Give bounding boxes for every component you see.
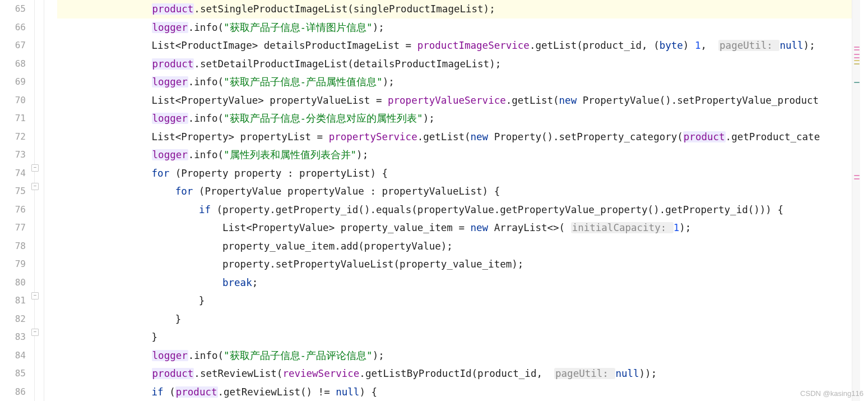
editor-margin (40, 0, 50, 401)
code-area[interactable]: product.setSingleProductImageList(single… (50, 0, 860, 401)
line-number: 80 (0, 274, 26, 292)
code-line[interactable]: List<PropertyValue> property_value_item … (57, 219, 860, 237)
code-line[interactable]: product.setDetailProductImageList(detail… (57, 55, 860, 73)
fold-toggle-icon[interactable]: − (31, 329, 39, 336)
code-line[interactable]: } (57, 310, 860, 329)
code-line[interactable]: break; (57, 274, 860, 292)
error-stripe-mark[interactable] (854, 47, 860, 48)
code-line[interactable]: logger.info("获取产品子信息-详情图片信息"); (57, 19, 860, 37)
error-stripe-mark[interactable] (854, 57, 860, 58)
line-number: 74 (0, 164, 26, 183)
line-number: 66 (0, 19, 26, 37)
line-number-gutter: 6566676869707172737475767778798081828384… (0, 0, 33, 401)
error-stripe-mark[interactable] (854, 82, 860, 83)
line-number: 79 (0, 255, 26, 274)
error-stripe-mark[interactable] (854, 175, 860, 176)
margin-rule (44, 0, 44, 401)
line-number: 81 (0, 292, 26, 310)
code-line[interactable]: List<Property> propertyList = propertySe… (57, 128, 860, 146)
error-stripe-mark[interactable] (854, 63, 860, 64)
code-line[interactable]: logger.info("属性列表和属性值列表合并"); (57, 146, 860, 164)
line-number: 69 (0, 73, 26, 91)
code-line[interactable]: for (Property property : propertyList) { (57, 164, 860, 183)
code-line[interactable]: } (57, 328, 860, 347)
line-number: 73 (0, 146, 26, 164)
line-number: 65 (0, 0, 26, 19)
fold-column[interactable]: −−−− (33, 0, 40, 401)
code-line[interactable]: if (property.getProperty_id().equals(pro… (57, 201, 860, 219)
error-stripe[interactable] (852, 0, 860, 401)
code-line[interactable]: } (57, 292, 860, 310)
code-line[interactable]: logger.info("获取产品子信息-产品评论信息"); (57, 347, 860, 365)
line-number: 86 (0, 383, 26, 402)
line-number: 75 (0, 182, 26, 201)
line-number: 78 (0, 237, 26, 256)
code-line[interactable]: logger.info("获取产品子信息-分类信息对应的属性列表"); (57, 109, 860, 128)
line-number: 71 (0, 109, 26, 128)
line-number: 67 (0, 36, 26, 55)
fold-guide-line (34, 0, 35, 401)
line-number: 82 (0, 310, 26, 329)
error-stripe-mark[interactable] (854, 178, 860, 179)
code-line[interactable]: for (PropertyValue propertyValue : prope… (57, 182, 860, 201)
line-number: 70 (0, 91, 26, 110)
code-line[interactable]: List<PropertyValue> propertyValueList = … (57, 91, 860, 110)
line-number: 85 (0, 365, 26, 383)
fold-toggle-icon[interactable]: − (31, 164, 39, 172)
line-number: 68 (0, 55, 26, 73)
line-number: 83 (0, 328, 26, 347)
error-stripe-mark[interactable] (854, 54, 860, 55)
error-stripe-mark[interactable] (854, 49, 860, 50)
code-line[interactable]: if (product.getReviewList() != null) { (57, 383, 860, 402)
code-line[interactable]: product.setReviewList(reviewService.getL… (57, 365, 860, 383)
line-number: 84 (0, 347, 26, 365)
line-number: 77 (0, 219, 26, 237)
fold-toggle-icon[interactable]: − (31, 292, 39, 299)
code-editor[interactable]: 6566676869707172737475767778798081828384… (0, 0, 860, 401)
error-stripe-mark[interactable] (854, 60, 860, 61)
line-number: 72 (0, 128, 26, 146)
line-number: 76 (0, 201, 26, 219)
code-line[interactable]: property_value_item.add(propertyValue); (57, 237, 860, 256)
code-line[interactable]: logger.info("获取产品子信息-产品属性值信息"); (57, 73, 860, 91)
fold-toggle-icon[interactable]: − (31, 183, 39, 190)
code-line[interactable]: List<ProductImage> detailsProductImageLi… (57, 36, 860, 55)
code-line[interactable]: property.setPropertyValueList(property_v… (57, 255, 860, 274)
code-line[interactable]: product.setSingleProductImageList(single… (57, 0, 860, 19)
